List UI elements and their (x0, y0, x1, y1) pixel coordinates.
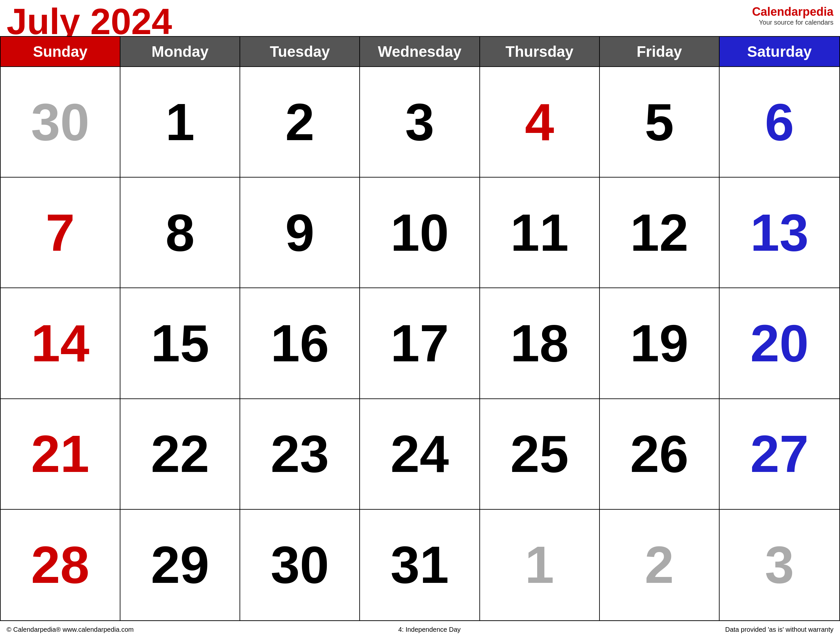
day-25: 25 (510, 428, 568, 480)
day-4: 4 (525, 96, 554, 148)
day-28: 28 (31, 539, 90, 591)
header-wednesday: Wednesday (360, 37, 480, 66)
cell-w1-fri: 5 (600, 67, 720, 178)
header-saturday: Saturday (720, 37, 839, 66)
day-21: 21 (31, 428, 90, 480)
calendar-footer: © Calendarpedia® www.calendarpedia.com 4… (0, 621, 840, 638)
cell-w5-wed: 31 (360, 510, 480, 620)
cell-w3-fri: 19 (600, 288, 720, 399)
day-10: 10 (390, 207, 449, 259)
cell-w3-sun: 14 (1, 288, 120, 399)
day-3-next: 3 (765, 539, 794, 591)
brand-name-part1: Calendar (752, 5, 802, 18)
cell-w2-thu: 11 (480, 178, 600, 288)
calendar-container: Sunday Monday Tuesday Wednesday Thursday… (0, 36, 840, 621)
day-30-prev: 30 (31, 96, 90, 148)
cell-w2-sat: 13 (720, 178, 839, 288)
cell-w3-mon: 15 (120, 288, 240, 399)
day-27: 27 (750, 428, 808, 480)
cell-w4-thu: 25 (480, 399, 600, 510)
cell-w5-sat: 3 (720, 510, 839, 620)
cell-w1-tue: 2 (240, 67, 360, 178)
cell-w1-sat: 6 (720, 67, 839, 178)
header-sunday: Sunday (1, 37, 120, 66)
day-1: 1 (165, 96, 194, 148)
cell-w5-sun: 28 (1, 510, 120, 620)
day-30: 30 (271, 539, 329, 591)
footer-holiday-note: 4: Independence Day (398, 626, 461, 633)
day-6: 6 (765, 96, 794, 148)
cell-w4-fri: 26 (600, 399, 720, 510)
day-29: 29 (151, 539, 209, 591)
cell-w2-tue: 9 (240, 178, 360, 288)
day-7: 7 (46, 207, 75, 259)
day-2-next: 2 (645, 539, 674, 591)
day-14: 14 (31, 317, 90, 370)
header-monday: Monday (120, 37, 240, 66)
cell-w5-tue: 30 (240, 510, 360, 620)
cell-w5-thu: 1 (480, 510, 600, 620)
day-3: 3 (405, 96, 434, 148)
day-26: 26 (630, 428, 688, 480)
cell-w4-sun: 21 (1, 399, 120, 510)
cell-w1-wed: 3 (360, 67, 480, 178)
cell-w2-fri: 12 (600, 178, 720, 288)
cell-w3-wed: 17 (360, 288, 480, 399)
day-31: 31 (390, 539, 449, 591)
day-9: 9 (285, 207, 314, 259)
day-15: 15 (151, 317, 209, 370)
day-5: 5 (645, 96, 674, 148)
day-20: 20 (750, 317, 808, 370)
day-1-next: 1 (525, 539, 554, 591)
cell-w2-sun: 7 (1, 178, 120, 288)
calendar-header: July 2024 Calendarpedia Your source for … (0, 0, 840, 36)
cell-w2-mon: 8 (120, 178, 240, 288)
cell-w5-mon: 29 (120, 510, 240, 620)
day-24: 24 (390, 428, 449, 480)
cell-w3-thu: 18 (480, 288, 600, 399)
day-17: 17 (390, 317, 449, 370)
cell-w4-tue: 23 (240, 399, 360, 510)
brand-logo: Calendarpedia Your source for calendars (752, 3, 834, 26)
brand-name-accent: pedia (802, 5, 834, 18)
footer-copyright: © Calendarpedia® www.calendarpedia.com (6, 626, 134, 633)
day-11: 11 (510, 207, 568, 259)
day-2: 2 (285, 96, 314, 148)
cell-w1-mon: 1 (120, 67, 240, 178)
footer-disclaimer: Data provided 'as is' without warranty (725, 626, 834, 633)
month-title: July 2024 (6, 3, 172, 40)
header-tuesday: Tuesday (240, 37, 360, 66)
day-13: 13 (750, 207, 808, 259)
day-23: 23 (271, 428, 329, 480)
header-thursday: Thursday (480, 37, 600, 66)
cell-w1-thu: 4 (480, 67, 600, 178)
calendar-grid: 30 1 2 3 4 5 6 7 8 9 10 11 12 13 14 15 1… (1, 67, 839, 620)
brand-tagline: Your source for calendars (752, 19, 834, 26)
day-19: 19 (630, 317, 688, 370)
brand-name: Calendarpedia (752, 5, 834, 19)
cell-w4-wed: 24 (360, 399, 480, 510)
cell-w1-sun: 30 (1, 67, 120, 178)
day-12: 12 (630, 207, 688, 259)
day-headers: Sunday Monday Tuesday Wednesday Thursday… (1, 37, 839, 67)
cell-w4-mon: 22 (120, 399, 240, 510)
day-8: 8 (165, 207, 194, 259)
cell-w5-fri: 2 (600, 510, 720, 620)
day-16: 16 (271, 317, 329, 370)
cell-w2-wed: 10 (360, 178, 480, 288)
cell-w3-tue: 16 (240, 288, 360, 399)
day-18: 18 (510, 317, 568, 370)
cell-w3-sat: 20 (720, 288, 839, 399)
day-22: 22 (151, 428, 209, 480)
header-friday: Friday (600, 37, 720, 66)
cell-w4-sat: 27 (720, 399, 839, 510)
page-wrapper: July 2024 Calendarpedia Your source for … (0, 0, 840, 638)
